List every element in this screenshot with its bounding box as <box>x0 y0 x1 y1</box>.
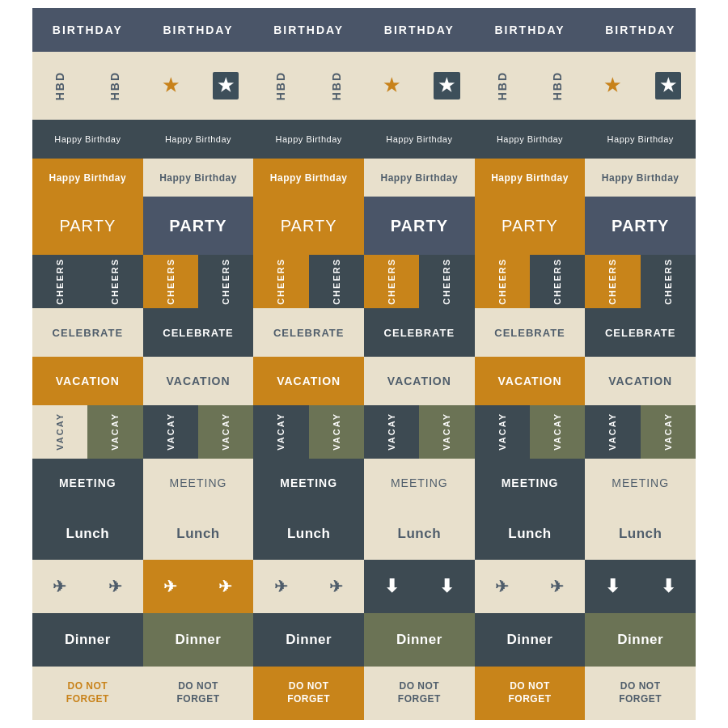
cell: BIRTHDAY <box>364 8 475 52</box>
cell: PARTY <box>475 197 586 255</box>
cell: ★ <box>198 52 253 120</box>
cell: VACAY <box>475 405 530 459</box>
cell: CHEERS <box>641 255 696 308</box>
cell: ★ <box>419 52 474 120</box>
cell: VACATION <box>475 357 586 405</box>
cell: HBD <box>475 52 530 120</box>
cell: DO NOTFORGET <box>475 667 586 720</box>
cell: Happy Birthday <box>475 159 586 197</box>
cell: CELEBRATE <box>475 308 586 357</box>
cell: ⬇ <box>641 560 696 613</box>
meeting-row: MEETING MEETING MEETING MEETING MEETING … <box>32 459 696 507</box>
cell: VACAY <box>641 405 696 459</box>
cell: Lunch <box>143 507 254 561</box>
cell: CHEERS <box>143 255 198 308</box>
cell: HBD <box>87 52 142 120</box>
cell: VACAY <box>364 405 419 459</box>
cell: VACATION <box>143 357 254 405</box>
cell: MEETING <box>32 459 143 507</box>
cell: Dinner <box>32 613 143 667</box>
cell: MEETING <box>253 459 364 507</box>
cell: VACAY <box>419 405 474 459</box>
cell: Happy Birthday <box>32 120 143 159</box>
cell: VACAY <box>198 405 253 459</box>
cell: VACATION <box>585 357 696 405</box>
cell: HBD <box>530 52 585 120</box>
cell: ⬇ <box>364 560 419 613</box>
cell: Lunch <box>475 507 586 561</box>
vacay-row: VACAY VACAY VACAY VACAY VACAY VACAY VACA… <box>32 405 696 459</box>
cell: BIRTHDAY <box>143 8 254 52</box>
cell: CHEERS <box>364 255 419 308</box>
cell: MEETING <box>585 459 696 507</box>
cell: CELEBRATE <box>32 308 143 357</box>
cell: CHEERS <box>253 255 308 308</box>
cell: Happy Birthday <box>32 159 143 197</box>
dinner-row: Dinner Dinner Dinner Dinner Dinner Dinne… <box>32 613 696 667</box>
cell: VACAY <box>143 405 198 459</box>
cell: Happy Birthday <box>253 159 364 197</box>
cell: BIRTHDAY <box>475 8 586 52</box>
cell: PARTY <box>585 197 696 255</box>
cell: ★ <box>585 52 640 120</box>
cell: VACAY <box>585 405 640 459</box>
cell: CHEERS <box>585 255 640 308</box>
cell: ★ <box>364 52 419 120</box>
cell: HBD <box>32 52 87 120</box>
cell: CHEERS <box>32 255 87 308</box>
cell: Lunch <box>32 507 143 561</box>
cell: DO NOTFORGET <box>253 667 364 720</box>
cell: CELEBRATE <box>143 308 254 357</box>
cell: VACAY <box>87 405 142 459</box>
cell: MEETING <box>475 459 586 507</box>
cell: PARTY <box>143 197 254 255</box>
cell: PARTY <box>32 197 143 255</box>
cell: Lunch <box>585 507 696 561</box>
cell: PARTY <box>364 197 475 255</box>
cell: Happy Birthday <box>585 159 696 197</box>
cell: Dinner <box>585 613 696 667</box>
cell: Dinner <box>475 613 586 667</box>
cell: Lunch <box>364 507 475 561</box>
cell: HBD <box>309 52 364 120</box>
cell: Dinner <box>253 613 364 667</box>
cell: PARTY <box>253 197 364 255</box>
cell: HBD <box>253 52 308 120</box>
party-row: PARTY PARTY PARTY PARTY PARTY PARTY <box>32 197 696 255</box>
hbd-row: HBD HBD ★ ★ HBD HBD ★ ★ HBD HBD ★ ★ <box>32 52 696 120</box>
cell: VACATION <box>253 357 364 405</box>
cell: Happy Birthday <box>364 159 475 197</box>
cell: VACAY <box>253 405 308 459</box>
cell: CHEERS <box>530 255 585 308</box>
cell: DO NOTFORGET <box>32 667 143 720</box>
cell: CELEBRATE <box>253 308 364 357</box>
cell: ✈ <box>475 560 530 613</box>
cell: Happy Birthday <box>143 120 254 159</box>
cell: Happy Birthday <box>143 159 254 197</box>
birthday-row: BIRTHDAY BIRTHDAY BIRTHDAY BIRTHDAY BIRT… <box>32 8 696 52</box>
cell: ✈ <box>32 560 87 613</box>
cell: BIRTHDAY <box>32 8 143 52</box>
cell: ✈ <box>530 560 585 613</box>
pattern-grid: BIRTHDAY BIRTHDAY BIRTHDAY BIRTHDAY BIRT… <box>32 8 696 720</box>
cell: DO NOTFORGET <box>143 667 254 720</box>
cell: BIRTHDAY <box>585 8 696 52</box>
donotforget-row: DO NOTFORGET DO NOTFORGET DO NOTFORGET D… <box>32 667 696 720</box>
cell: VACATION <box>364 357 475 405</box>
cell: CHEERS <box>198 255 253 308</box>
plane-row: ✈ ✈ ✈ ✈ ✈ ✈ ⬇ ⬇ ✈ ✈ ⬇ ⬇ <box>32 560 696 613</box>
cell: ✈ <box>198 560 253 613</box>
cell: CELEBRATE <box>585 308 696 357</box>
cell: Happy Birthday <box>475 120 586 159</box>
cell: ⬇ <box>419 560 474 613</box>
celebrate-row: CELEBRATE CELEBRATE CELEBRATE CELEBRATE … <box>32 308 696 357</box>
cell: ★ <box>641 52 696 120</box>
cell: MEETING <box>364 459 475 507</box>
cell: VACATION <box>32 357 143 405</box>
cell: BIRTHDAY <box>253 8 364 52</box>
cell: ✈ <box>87 560 142 613</box>
cell: Happy Birthday <box>364 120 475 159</box>
cell: Dinner <box>143 613 254 667</box>
cell: Lunch <box>253 507 364 561</box>
vacation-row: VACATION VACATION VACATION VACATION VACA… <box>32 357 696 405</box>
